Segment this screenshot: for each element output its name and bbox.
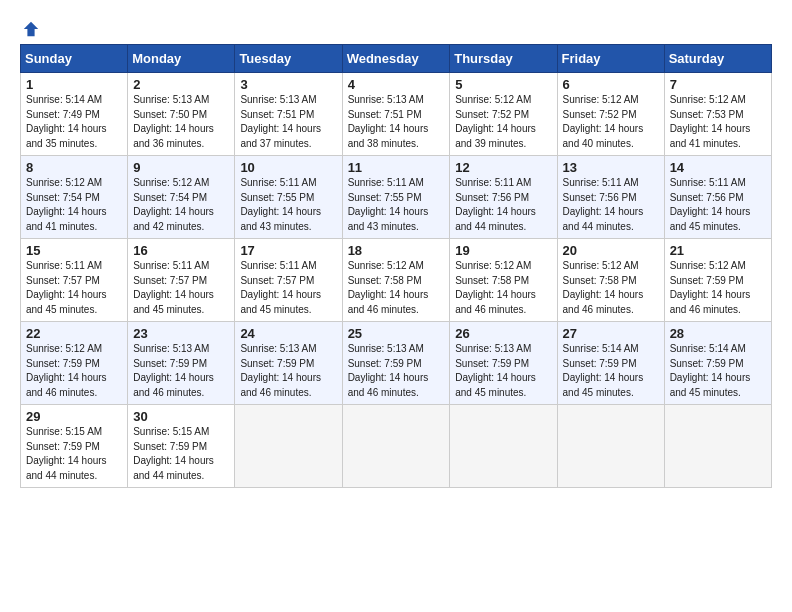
day-number: 9	[133, 160, 229, 175]
day-info: Sunrise: 5:12 AMSunset: 7:59 PMDaylight:…	[26, 342, 122, 400]
table-row: 25Sunrise: 5:13 AMSunset: 7:59 PMDayligh…	[342, 322, 450, 405]
day-number: 8	[26, 160, 122, 175]
day-number: 30	[133, 409, 229, 424]
day-number: 20	[563, 243, 659, 258]
table-row: 21Sunrise: 5:12 AMSunset: 7:59 PMDayligh…	[664, 239, 771, 322]
day-number: 21	[670, 243, 766, 258]
table-row	[557, 405, 664, 488]
day-info: Sunrise: 5:15 AMSunset: 7:59 PMDaylight:…	[26, 425, 122, 483]
table-row: 11Sunrise: 5:11 AMSunset: 7:55 PMDayligh…	[342, 156, 450, 239]
table-row: 12Sunrise: 5:11 AMSunset: 7:56 PMDayligh…	[450, 156, 557, 239]
page-header	[20, 20, 772, 38]
calendar-week-row: 1Sunrise: 5:14 AMSunset: 7:49 PMDaylight…	[21, 73, 772, 156]
day-number: 25	[348, 326, 445, 341]
svg-marker-0	[24, 22, 38, 36]
table-row: 5Sunrise: 5:12 AMSunset: 7:52 PMDaylight…	[450, 73, 557, 156]
day-number: 13	[563, 160, 659, 175]
day-number: 1	[26, 77, 122, 92]
day-info: Sunrise: 5:14 AMSunset: 7:59 PMDaylight:…	[670, 342, 766, 400]
table-row: 7Sunrise: 5:12 AMSunset: 7:53 PMDaylight…	[664, 73, 771, 156]
table-row: 27Sunrise: 5:14 AMSunset: 7:59 PMDayligh…	[557, 322, 664, 405]
header-sunday: Sunday	[21, 45, 128, 73]
day-number: 24	[240, 326, 336, 341]
table-row: 8Sunrise: 5:12 AMSunset: 7:54 PMDaylight…	[21, 156, 128, 239]
table-row: 29Sunrise: 5:15 AMSunset: 7:59 PMDayligh…	[21, 405, 128, 488]
table-row	[450, 405, 557, 488]
table-row: 18Sunrise: 5:12 AMSunset: 7:58 PMDayligh…	[342, 239, 450, 322]
day-info: Sunrise: 5:12 AMSunset: 7:54 PMDaylight:…	[133, 176, 229, 234]
day-number: 3	[240, 77, 336, 92]
day-number: 27	[563, 326, 659, 341]
table-row: 10Sunrise: 5:11 AMSunset: 7:55 PMDayligh…	[235, 156, 342, 239]
day-info: Sunrise: 5:12 AMSunset: 7:52 PMDaylight:…	[455, 93, 551, 151]
day-number: 2	[133, 77, 229, 92]
day-info: Sunrise: 5:14 AMSunset: 7:59 PMDaylight:…	[563, 342, 659, 400]
day-info: Sunrise: 5:11 AMSunset: 7:55 PMDaylight:…	[240, 176, 336, 234]
header-saturday: Saturday	[664, 45, 771, 73]
day-number: 16	[133, 243, 229, 258]
day-number: 26	[455, 326, 551, 341]
day-info: Sunrise: 5:12 AMSunset: 7:59 PMDaylight:…	[670, 259, 766, 317]
day-number: 22	[26, 326, 122, 341]
calendar-week-row: 8Sunrise: 5:12 AMSunset: 7:54 PMDaylight…	[21, 156, 772, 239]
day-info: Sunrise: 5:12 AMSunset: 7:54 PMDaylight:…	[26, 176, 122, 234]
day-number: 17	[240, 243, 336, 258]
day-number: 11	[348, 160, 445, 175]
day-info: Sunrise: 5:12 AMSunset: 7:58 PMDaylight:…	[455, 259, 551, 317]
day-info: Sunrise: 5:11 AMSunset: 7:57 PMDaylight:…	[240, 259, 336, 317]
day-info: Sunrise: 5:15 AMSunset: 7:59 PMDaylight:…	[133, 425, 229, 483]
day-number: 19	[455, 243, 551, 258]
table-row: 23Sunrise: 5:13 AMSunset: 7:59 PMDayligh…	[128, 322, 235, 405]
day-info: Sunrise: 5:14 AMSunset: 7:49 PMDaylight:…	[26, 93, 122, 151]
table-row: 19Sunrise: 5:12 AMSunset: 7:58 PMDayligh…	[450, 239, 557, 322]
day-info: Sunrise: 5:13 AMSunset: 7:51 PMDaylight:…	[348, 93, 445, 151]
day-number: 4	[348, 77, 445, 92]
day-info: Sunrise: 5:13 AMSunset: 7:50 PMDaylight:…	[133, 93, 229, 151]
header-thursday: Thursday	[450, 45, 557, 73]
day-info: Sunrise: 5:11 AMSunset: 7:57 PMDaylight:…	[26, 259, 122, 317]
day-number: 18	[348, 243, 445, 258]
table-row	[342, 405, 450, 488]
header-tuesday: Tuesday	[235, 45, 342, 73]
day-info: Sunrise: 5:11 AMSunset: 7:56 PMDaylight:…	[563, 176, 659, 234]
table-row: 6Sunrise: 5:12 AMSunset: 7:52 PMDaylight…	[557, 73, 664, 156]
day-info: Sunrise: 5:11 AMSunset: 7:57 PMDaylight:…	[133, 259, 229, 317]
logo-icon	[22, 20, 40, 38]
table-row: 3Sunrise: 5:13 AMSunset: 7:51 PMDaylight…	[235, 73, 342, 156]
calendar-table: Sunday Monday Tuesday Wednesday Thursday…	[20, 44, 772, 488]
table-row: 1Sunrise: 5:14 AMSunset: 7:49 PMDaylight…	[21, 73, 128, 156]
day-number: 12	[455, 160, 551, 175]
table-row: 22Sunrise: 5:12 AMSunset: 7:59 PMDayligh…	[21, 322, 128, 405]
day-info: Sunrise: 5:13 AMSunset: 7:59 PMDaylight:…	[240, 342, 336, 400]
day-number: 28	[670, 326, 766, 341]
day-info: Sunrise: 5:11 AMSunset: 7:55 PMDaylight:…	[348, 176, 445, 234]
day-number: 10	[240, 160, 336, 175]
day-number: 14	[670, 160, 766, 175]
table-row: 26Sunrise: 5:13 AMSunset: 7:59 PMDayligh…	[450, 322, 557, 405]
day-number: 23	[133, 326, 229, 341]
day-info: Sunrise: 5:13 AMSunset: 7:59 PMDaylight:…	[455, 342, 551, 400]
calendar-week-row: 22Sunrise: 5:12 AMSunset: 7:59 PMDayligh…	[21, 322, 772, 405]
header-friday: Friday	[557, 45, 664, 73]
day-info: Sunrise: 5:11 AMSunset: 7:56 PMDaylight:…	[670, 176, 766, 234]
table-row	[235, 405, 342, 488]
table-row: 24Sunrise: 5:13 AMSunset: 7:59 PMDayligh…	[235, 322, 342, 405]
table-row: 4Sunrise: 5:13 AMSunset: 7:51 PMDaylight…	[342, 73, 450, 156]
table-row	[664, 405, 771, 488]
day-number: 29	[26, 409, 122, 424]
table-row: 20Sunrise: 5:12 AMSunset: 7:58 PMDayligh…	[557, 239, 664, 322]
header-wednesday: Wednesday	[342, 45, 450, 73]
day-number: 6	[563, 77, 659, 92]
table-row: 28Sunrise: 5:14 AMSunset: 7:59 PMDayligh…	[664, 322, 771, 405]
day-info: Sunrise: 5:12 AMSunset: 7:52 PMDaylight:…	[563, 93, 659, 151]
day-number: 5	[455, 77, 551, 92]
day-info: Sunrise: 5:12 AMSunset: 7:58 PMDaylight:…	[563, 259, 659, 317]
table-row: 16Sunrise: 5:11 AMSunset: 7:57 PMDayligh…	[128, 239, 235, 322]
day-number: 15	[26, 243, 122, 258]
day-info: Sunrise: 5:13 AMSunset: 7:59 PMDaylight:…	[133, 342, 229, 400]
calendar-week-row: 29Sunrise: 5:15 AMSunset: 7:59 PMDayligh…	[21, 405, 772, 488]
table-row: 17Sunrise: 5:11 AMSunset: 7:57 PMDayligh…	[235, 239, 342, 322]
calendar-header-row: Sunday Monday Tuesday Wednesday Thursday…	[21, 45, 772, 73]
table-row: 14Sunrise: 5:11 AMSunset: 7:56 PMDayligh…	[664, 156, 771, 239]
logo	[20, 20, 40, 38]
